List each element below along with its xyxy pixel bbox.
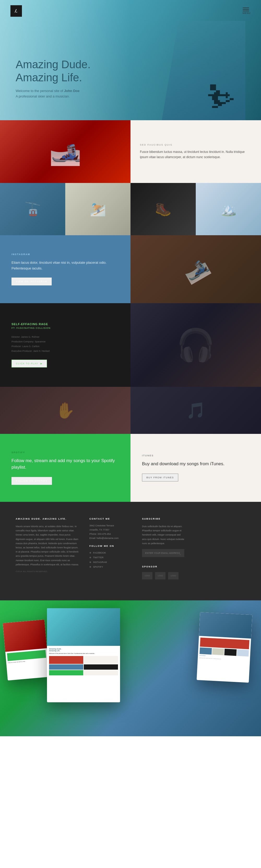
footer-brand: AMAZING DUDE. AMAZING LIFE. (16, 518, 79, 520)
submit-arrow-icon: → (179, 553, 182, 556)
music-info: SELF-EFFACING RAGE FT. FASCINATING COLLI… (0, 303, 130, 387)
music-thumbnails: ✋ 🎵 (0, 387, 261, 434)
subscribe-email-input[interactable] (142, 549, 184, 557)
sponsor-logo-1: LOGO (142, 572, 152, 580)
facebook-dot (89, 552, 91, 554)
spotify-button[interactable]: FOLLOW ON SPOTIFY (11, 477, 52, 485)
footer-subscribe-label: SUBSCRIBE (142, 518, 184, 520)
sponsor-label: SPONSOR (142, 565, 184, 568)
photo-icon-3: 🥾 (130, 183, 196, 235)
faucibus-text: SED FAUCIBUS QUIS Fusce bibendum luctus … (130, 120, 261, 183)
spotify-block: SPOTIFY Follow me, stream and add my son… (0, 434, 130, 502)
credit-1: Director: James G. Rohner (11, 335, 119, 339)
spotify-label: SPOTIFY (11, 451, 119, 454)
spotify-dot (89, 566, 91, 568)
twitter-dot (89, 557, 91, 558)
footer-copyright: ©2014. ALL RIGHTS RESERVED. (16, 570, 79, 574)
photo-icon-4: 🏔️ (196, 183, 261, 235)
helmet-icon: 🎿 (49, 136, 82, 167)
thumb-right-image: 🎵 (130, 387, 261, 434)
faucibus-label: SED FAUCIBUS QUIS (140, 144, 252, 146)
footer-subscribe: SUBSCRIBE Duis sollicitudin facilisis du… (142, 518, 184, 580)
footer-contact: CONTACT ME 3942 Crestview Terrace Amaril… (89, 518, 132, 580)
instagram-label: INSTAGRAM (11, 253, 119, 256)
footer-contact-label: CONTACT ME (89, 518, 132, 520)
hero-description: Welcome to the personal site of John Doe… (16, 88, 90, 99)
mockup-right-device: INSTAGRAM Etiam lacus dolor, tincidunt v… (196, 612, 252, 683)
instagram-content: INSTAGRAM Etiam lacus dolor, tincidunt v… (0, 235, 130, 303)
music-image: 🎧 (130, 303, 261, 387)
helmet-image: 🎿 (0, 120, 130, 183)
photo-cell-4: 🏔️ (196, 183, 261, 235)
mockup-left-device: Follow me, stream and add my songs... (3, 619, 49, 680)
footer: AMAZING DUDE. AMAZING LIFE. Mauris ornar… (0, 502, 261, 600)
hero-content: Amazing Dude. Amazing Life. Welcome to t… (16, 58, 90, 99)
footer-subscribe-text: Duis sollicitudin facilisis dui et aliqu… (142, 524, 184, 546)
itunes-text: Buy and download my songs from iTunes. (142, 461, 250, 467)
footer-grid: AMAZING DUDE. AMAZING LIFE. Mauris ornar… (16, 518, 245, 580)
instagram-section: INSTAGRAM Etiam lacus dolor, tincidunt v… (0, 235, 261, 303)
credit-3: Producer: Laura S. Carlton (11, 344, 119, 349)
instagram-button[interactable]: VIEW ON INSTAGRAM (11, 278, 52, 285)
ski-icon: 🎿 (178, 252, 213, 286)
footer-address-1: 3942 Crestview Terrace (89, 524, 132, 527)
instagram-text: Etiam lacus dolor, tincidunt vitae nisi … (11, 260, 119, 271)
faucibus-section: 🎿 SED FAUCIBUS QUIS Fusce bibendum luctu… (0, 120, 261, 183)
credit-4: Executive Producer: Jack H. Heckart (11, 349, 119, 353)
instagram-image: 🎿 (130, 235, 261, 303)
streaming-section: SPOTIFY Follow me, stream and add my son… (0, 434, 261, 502)
instagram-dot (89, 561, 91, 563)
music-subtitle: FT. FASCINATING COLLISION (11, 327, 119, 329)
mockup-main-device: Amazing Dude.Amazing Life. Welcome to th… (47, 608, 120, 702)
music-credits: Director: James G. Rohner Production Com… (11, 335, 119, 353)
play-icon: ▶ (40, 362, 43, 365)
subscribe-input-wrap: → (142, 549, 184, 560)
photo-cell-3: 🥾 (130, 183, 196, 235)
itunes-button[interactable]: BUY FROM ITUNES (142, 474, 178, 482)
hand-icon: ✋ (55, 401, 75, 420)
footer-instagram: INSTAGRAM (89, 561, 132, 563)
footer-about-text: Mauris ornare lobortis arcu, at sodales … (16, 524, 79, 567)
mockup-main-content: Amazing Dude.Amazing Life. Welcome to th… (47, 646, 120, 678)
mockup-left-screen (3, 619, 47, 652)
itunes-block: ITUNES Buy and download my songs from iT… (130, 434, 261, 502)
mockup-section: Follow me, stream and add my songs... Am… (0, 600, 261, 736)
mockup-right-top (199, 612, 252, 639)
photo-icon-1: 🚡 (0, 183, 65, 235)
music-title: SELF-EFFACING RAGE (11, 322, 119, 326)
sponsor-logo-3: LOGO (168, 572, 179, 580)
hero-title: Amazing Dude. Amazing Life. (16, 58, 90, 85)
play-button[interactable]: CLICK TO PLAY ▶ (11, 360, 47, 368)
photo-cell-2: ⛷️ (65, 183, 130, 235)
sponsor-logo-2: LOGO (155, 572, 165, 580)
photo-icon-2: ⛷️ (65, 183, 130, 235)
photo-grid: 🚡 ⛷️ 🥾 🏔️ (0, 183, 261, 235)
menu-toggle[interactable]: MENU (243, 7, 251, 14)
thumb-left-image: ✋ (0, 387, 130, 434)
mockup-right-content: INSTAGRAM Etiam lacus dolor, tincidunt v… (197, 636, 251, 662)
credit-2: Production Company: Sparamoe (11, 339, 119, 344)
footer-address-2: Amarillo, TX 77357 (89, 528, 132, 531)
navigation: /. MENU (0, 0, 261, 22)
menu-label: MENU (243, 12, 251, 14)
footer-twitter: TWITTER (89, 556, 132, 559)
footer-follow-label: FOLLOW ME ON (89, 545, 132, 547)
photo-cell-1: 🚡 (0, 183, 65, 235)
footer-spotify: SPOTIFY (89, 566, 132, 568)
hero-section: /. MENU Amazing Dude. Amazing Life. Welc… (0, 0, 261, 120)
hamburger-icon (243, 7, 251, 11)
itunes-label: ITUNES (142, 454, 250, 457)
footer-email: Email: hello@sitename.com (89, 537, 132, 539)
mockup-hero-screen (47, 608, 120, 646)
headphones-icon: 🎧 (176, 327, 215, 364)
music-section: SELF-EFFACING RAGE FT. FASCINATING COLLI… (0, 303, 261, 387)
sponsor-logos: LOGO LOGO LOGO (142, 572, 184, 580)
footer-about: AMAZING DUDE. AMAZING LIFE. Mauris ornar… (16, 518, 79, 580)
music-thumb-icon: 🎵 (186, 401, 206, 420)
spotify-text: Follow me, stream and add my songs to yo… (11, 457, 119, 471)
footer-phone: Phone: 333-475-454 (89, 533, 132, 535)
faucibus-body: Fusce bibendum luctus massa, ut tincidun… (140, 149, 252, 160)
site-logo[interactable]: /. (10, 5, 22, 17)
footer-facebook: FACEBOOK (89, 552, 132, 554)
